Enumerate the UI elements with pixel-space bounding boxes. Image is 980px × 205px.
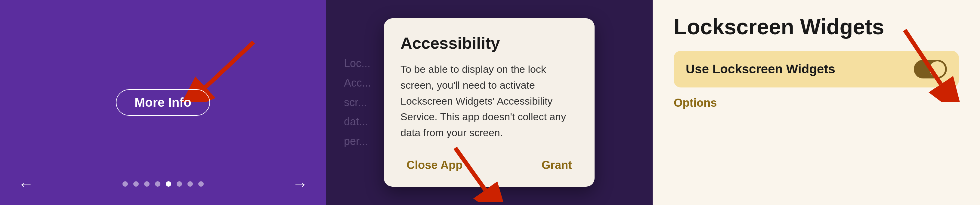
bottom-nav: ← → bbox=[0, 175, 326, 193]
dialog-actions: Close App Grant bbox=[401, 153, 578, 175]
accessibility-dialog: Accessibility To be able to display on t… bbox=[384, 18, 595, 186]
widget-label: Use Lockscreen Widgets bbox=[686, 61, 835, 78]
panel-left: More Info ← → bbox=[0, 0, 326, 205]
svg-line-1 bbox=[205, 42, 254, 87]
dot-2 bbox=[133, 181, 139, 187]
panel-right: Lockscreen Widgets Use Lockscreen Widget… bbox=[652, 0, 980, 205]
dot-5-active bbox=[166, 181, 171, 187]
dot-8 bbox=[198, 181, 204, 187]
dialog-body: To be able to display on the lock screen… bbox=[401, 61, 578, 140]
toggle-knob bbox=[929, 61, 945, 77]
dot-7 bbox=[188, 181, 193, 187]
dot-1 bbox=[123, 181, 128, 187]
dot-4 bbox=[155, 181, 161, 187]
page-title: Lockscreen Widgets bbox=[674, 15, 959, 39]
nav-next-button[interactable]: → bbox=[292, 175, 308, 193]
lockscreen-widgets-toggle[interactable] bbox=[914, 60, 947, 78]
panel-middle: Loc... Acc... scr... dat... per... Acces… bbox=[326, 0, 652, 205]
dot-6 bbox=[177, 181, 182, 187]
dialog-title: Accessibility bbox=[401, 33, 578, 53]
dot-3 bbox=[144, 181, 150, 187]
nav-prev-button[interactable]: ← bbox=[18, 175, 34, 193]
page-dots bbox=[123, 181, 204, 187]
options-label[interactable]: Options bbox=[674, 97, 959, 110]
widget-toggle-row: Use Lockscreen Widgets bbox=[674, 51, 959, 87]
close-app-button[interactable]: Close App bbox=[401, 156, 469, 175]
more-info-button[interactable]: More Info bbox=[116, 89, 210, 116]
grant-button[interactable]: Grant bbox=[536, 156, 578, 175]
